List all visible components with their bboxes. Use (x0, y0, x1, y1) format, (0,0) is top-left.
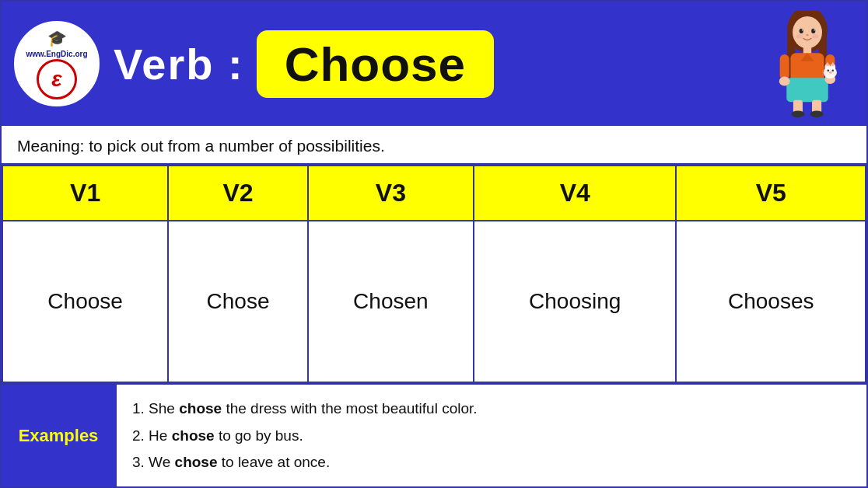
svg-point-6 (802, 30, 803, 31)
verb-table: V1 V2 V3 V4 V5 Choose Chose Chosen Choos… (2, 165, 866, 383)
example-line-1: 1. She chose the dress with the most bea… (132, 396, 851, 422)
val-v1: Choose (2, 221, 168, 382)
svg-point-8 (806, 34, 808, 37)
header: 🎓 www.EngDic.org ε Verb : Choose (2, 2, 866, 126)
logo-letter: ε (51, 67, 61, 92)
meaning-text: Meaning: to pick out from a number of po… (17, 137, 385, 155)
example-3-prefix: 3. We (132, 454, 175, 470)
main-card: 🎓 www.EngDic.org ε Verb : Choose (0, 0, 868, 488)
val-v5: Chooses (676, 221, 866, 382)
svg-point-17 (791, 111, 804, 118)
logo-text: www.EngDic.org (26, 50, 87, 59)
example-2-prefix: 2. He (132, 427, 172, 444)
svg-rect-14 (786, 78, 828, 102)
val-v2: Chose (168, 221, 308, 382)
meaning-row: Meaning: to pick out from a number of po… (2, 126, 866, 165)
svg-point-10 (812, 34, 819, 38)
col-v2: V2 (168, 166, 308, 221)
col-v1: V1 (2, 166, 168, 221)
val-v3: Chosen (308, 221, 474, 382)
svg-point-29 (831, 69, 834, 71)
col-v3: V3 (308, 166, 474, 221)
header-title-group: Verb : Choose (114, 30, 747, 98)
table-values-row: Choose Chose Chosen Choosing Chooses (2, 221, 866, 382)
logo-hat-icon: 🎓 (47, 29, 67, 47)
girl-svg (765, 11, 850, 118)
example-3-suffix: to leave at once. (217, 454, 330, 470)
col-v4: V4 (474, 166, 676, 221)
logo-e-circle: ε (37, 59, 77, 99)
choose-badge: Choose (257, 30, 494, 98)
choose-text: Choose (285, 37, 466, 92)
svg-point-7 (814, 30, 815, 31)
example-2-bold: chose (172, 427, 215, 444)
val-v4: Choosing (474, 221, 676, 382)
examples-content: 1. She chose the dress with the most bea… (117, 385, 866, 486)
example-line-3: 3. We chose to leave at once. (132, 449, 851, 476)
svg-point-5 (811, 29, 815, 33)
example-1-prefix: 1. She (132, 400, 179, 417)
svg-point-28 (827, 69, 829, 71)
logo: 🎓 www.EngDic.org ε (14, 21, 100, 106)
svg-point-9 (796, 34, 803, 38)
examples-label: Examples (2, 385, 117, 486)
col-v5: V5 (676, 166, 866, 221)
example-line-2: 2. He chose to go by bus. (132, 423, 851, 449)
svg-point-4 (800, 29, 803, 33)
verb-label: Verb : (114, 39, 244, 89)
example-2-suffix: to go by bus. (215, 427, 303, 444)
svg-rect-19 (780, 54, 789, 80)
examples-section: Examples 1. She chose the dress with the… (2, 383, 866, 486)
example-1-suffix: the dress with the most beautiful color. (222, 400, 477, 417)
svg-point-30 (829, 71, 831, 74)
table-header-row: V1 V2 V3 V4 V5 (2, 166, 866, 221)
svg-point-18 (810, 111, 823, 118)
girl-illustration (761, 9, 854, 118)
svg-point-3 (793, 16, 822, 48)
svg-point-21 (779, 77, 790, 86)
example-3-bold: chose (175, 454, 218, 470)
example-1-bold: chose (179, 400, 222, 417)
